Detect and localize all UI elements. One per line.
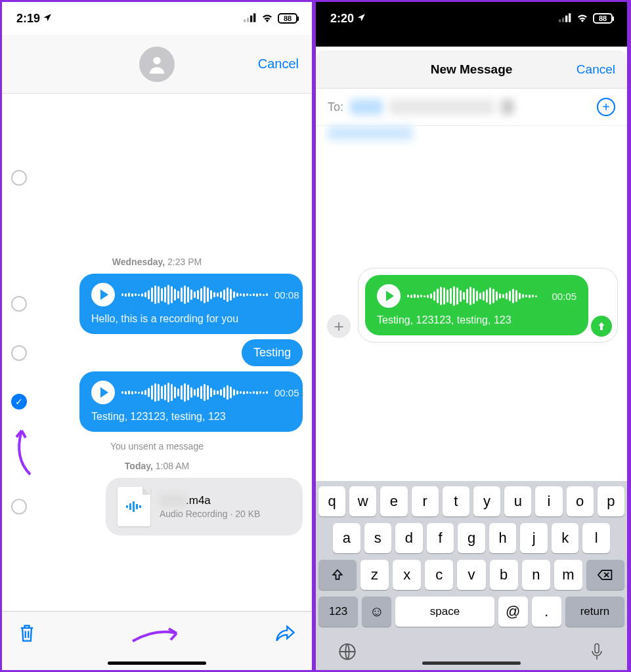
to-label: To: [328, 100, 343, 114]
audio-file-icon [118, 487, 150, 526]
key-u[interactable]: u [504, 486, 531, 516]
select-checkbox-checked[interactable]: ✓ [11, 394, 27, 410]
audio-duration: 00:05 [274, 387, 299, 398]
key-l[interactable]: l [582, 523, 610, 553]
key-q[interactable]: q [318, 486, 345, 516]
select-checkbox[interactable] [11, 345, 27, 361]
add-recipient-button[interactable]: + [597, 98, 615, 116]
key-w[interactable]: w [349, 486, 376, 516]
key-g[interactable]: g [458, 523, 485, 553]
key-r[interactable]: r [412, 486, 439, 516]
message-input[interactable]: + 00:05 Testing, 123123, testing, 123 [358, 268, 618, 343]
messages-list[interactable]: Wednesday, 2:23 PM 00:08 Hello, this is … [2, 94, 312, 579]
select-checkbox[interactable] [11, 499, 27, 514]
key-c[interactable]: c [425, 560, 453, 590]
status-bar: 2:19 88 [2, 2, 312, 35]
key-s[interactable]: s [364, 523, 392, 553]
contact-avatar[interactable] [139, 47, 175, 82]
key-d[interactable]: d [395, 523, 423, 553]
play-icon[interactable] [91, 381, 115, 404]
new-message-header: New Message Cancel [316, 51, 627, 89]
cancel-button[interactable]: Cancel [577, 62, 615, 77]
key-z[interactable]: z [360, 560, 389, 590]
key-e[interactable]: e [380, 486, 407, 516]
battery-icon: 88 [593, 13, 613, 24]
key-o[interactable]: o [567, 486, 594, 516]
send-button[interactable] [591, 316, 612, 337]
timestamp-label: Wednesday, 2:23 PM [11, 257, 303, 267]
key-f[interactable]: f [427, 523, 454, 553]
audio-message-bubble[interactable]: 00:08 Hello, this is a recording for you [79, 274, 303, 334]
svg-rect-6 [129, 503, 131, 510]
audio-message-bubble[interactable]: 00:05 Testing, 123123, testing, 123 [79, 371, 303, 432]
battery-icon: 88 [278, 13, 297, 24]
svg-rect-2 [250, 15, 252, 22]
key-k[interactable]: k [552, 523, 579, 553]
dictation-icon[interactable] [589, 642, 605, 663]
svg-rect-3 [253, 13, 255, 22]
text-message-bubble[interactable]: Testing [242, 339, 303, 366]
recipient-chip[interactable] [350, 99, 383, 115]
globe-icon[interactable] [338, 642, 357, 663]
numbers-key[interactable]: 123 [318, 597, 358, 627]
waveform [121, 284, 268, 305]
svg-rect-7 [133, 501, 135, 512]
left-screenshot: 2:19 88 Cancel Wednesday, 2:23 PM [0, 0, 314, 672]
annotation-arrow-icon [129, 621, 182, 648]
play-icon[interactable] [91, 283, 115, 306]
svg-rect-1 [247, 18, 249, 22]
space-key[interactable]: space [395, 597, 494, 627]
key-j[interactable]: j [520, 523, 548, 553]
svg-rect-10 [559, 19, 561, 22]
key-x[interactable]: x [393, 560, 421, 590]
home-indicator[interactable] [422, 662, 521, 665]
key-a[interactable]: a [333, 523, 360, 553]
key-h[interactable]: h [489, 523, 517, 553]
home-indicator[interactable] [108, 662, 206, 665]
share-icon[interactable] [275, 624, 296, 645]
system-message: You unsent a message [11, 441, 303, 452]
dot-key[interactable]: . [532, 597, 561, 627]
audio-caption: Hello, this is a recording for you [91, 313, 291, 325]
key-b[interactable]: b [490, 560, 518, 590]
svg-point-4 [153, 56, 160, 64]
audio-duration: 00:05 [552, 291, 577, 302]
add-attachment-button[interactable]: + [327, 314, 351, 338]
key-t[interactable]: t [443, 486, 469, 516]
page-title: New Message [431, 62, 513, 77]
compose-area: + 00:05 Testing, 123123, testing, 123 [316, 150, 627, 481]
file-attachment-bubble[interactable]: .m4a Audio Recording · 20 KB [106, 478, 303, 536]
return-key[interactable]: return [565, 597, 624, 627]
svg-rect-13 [569, 13, 571, 22]
backspace-key[interactable] [586, 560, 624, 590]
svg-rect-15 [595, 644, 599, 653]
key-y[interactable]: y [473, 486, 500, 516]
conversation-header: Cancel [2, 35, 312, 94]
key-i[interactable]: i [535, 486, 562, 516]
signal-icon [244, 12, 257, 26]
key-v[interactable]: v [457, 560, 485, 590]
svg-rect-9 [139, 505, 141, 508]
wifi-icon [576, 12, 589, 26]
signal-icon [559, 12, 572, 26]
emoji-key[interactable]: ☺ [362, 597, 391, 627]
cancel-button[interactable]: Cancel [258, 56, 299, 72]
svg-rect-5 [126, 505, 128, 508]
key-m[interactable]: m [554, 560, 582, 590]
key-n[interactable]: n [522, 560, 550, 590]
to-field-row[interactable]: To: + [316, 89, 627, 126]
recipient-chip[interactable] [501, 99, 514, 115]
location-icon [43, 12, 52, 26]
status-time: 2:19 [16, 12, 40, 26]
recipient-chip[interactable] [389, 99, 494, 115]
recipient-chip[interactable] [328, 126, 413, 140]
file-meta: Audio Recording · 20 KB [160, 509, 260, 519]
select-checkbox[interactable] [11, 170, 27, 186]
at-key[interactable]: @ [498, 597, 528, 627]
key-p[interactable]: p [598, 486, 624, 516]
select-checkbox[interactable] [11, 296, 27, 312]
audio-message-bubble[interactable]: 00:05 Testing, 123123, testing, 123 [365, 275, 588, 335]
play-icon[interactable] [377, 284, 401, 308]
trash-icon[interactable] [18, 623, 36, 646]
shift-key[interactable] [318, 560, 357, 590]
